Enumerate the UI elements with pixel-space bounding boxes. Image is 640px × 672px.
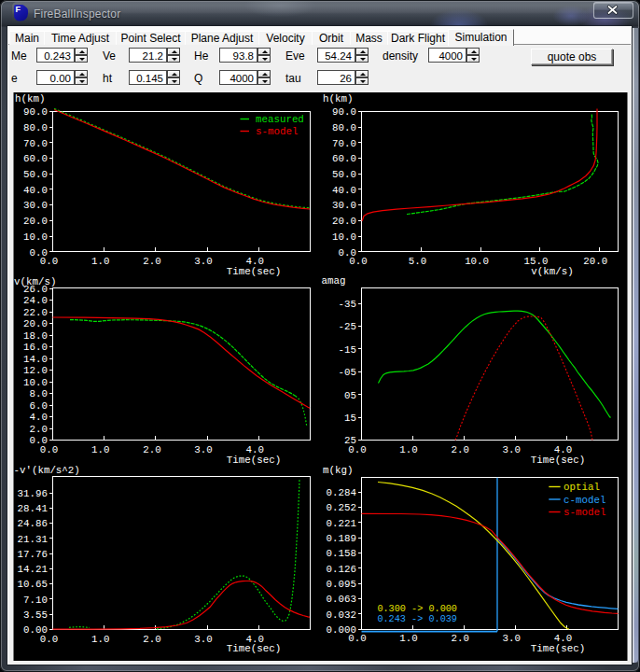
svg-text:Time(sec): Time(sec) — [227, 266, 281, 277]
svg-text:80.0: 80.0 — [332, 122, 356, 133]
svg-text:0.252: 0.252 — [327, 502, 356, 513]
svg-text:0.0: 0.0 — [348, 633, 366, 644]
svg-text:h(km): h(km) — [15, 93, 45, 105]
svg-text:28.41: 28.41 — [18, 503, 48, 514]
svg-text:Time(sec): Time(sec) — [531, 455, 585, 466]
svg-text:70.0: 70.0 — [23, 138, 48, 149]
svg-text:3.0: 3.0 — [503, 444, 521, 455]
svg-text:20.0: 20.0 — [332, 216, 356, 227]
svg-text:s-model: s-model — [256, 126, 298, 137]
svg-text:80.0: 80.0 — [23, 122, 48, 133]
svg-text:15: 15 — [344, 413, 356, 424]
svg-text:50.0: 50.0 — [23, 169, 48, 180]
svg-text:0.126: 0.126 — [327, 564, 356, 575]
svg-text:h(km): h(km) — [323, 93, 353, 105]
svg-text:24.86: 24.86 — [18, 518, 48, 529]
svg-text:0.032: 0.032 — [327, 609, 356, 621]
svg-text:0.284: 0.284 — [327, 487, 356, 498]
svg-text:18.0: 18.0 — [23, 330, 48, 342]
svg-text:0.243 -> 0.039: 0.243 -> 0.039 — [377, 614, 457, 624]
svg-text:22.0: 22.0 — [23, 307, 48, 318]
svg-text:20.0: 20.0 — [23, 216, 48, 227]
svg-text:3.0: 3.0 — [194, 444, 212, 455]
svg-text:10.0: 10.0 — [465, 256, 489, 267]
svg-text:50.0: 50.0 — [332, 169, 356, 180]
svg-text:60.0: 60.0 — [332, 153, 356, 164]
svg-text:m(kg): m(kg) — [323, 465, 353, 476]
svg-text:0.300 -> 0.000: 0.300 -> 0.000 — [377, 604, 457, 614]
svg-text:-05: -05 — [339, 367, 356, 378]
svg-text:v(km/s): v(km/s) — [531, 266, 573, 277]
svg-text:10.0: 10.0 — [332, 231, 356, 243]
svg-text:5.0: 5.0 — [409, 256, 426, 267]
svg-text:40.0: 40.0 — [332, 185, 356, 196]
svg-text:20.0: 20.0 — [23, 318, 48, 329]
svg-text:14.0: 14.0 — [23, 354, 48, 365]
svg-text:17.76: 17.76 — [18, 549, 48, 560]
svg-text:3.0: 3.0 — [194, 256, 212, 267]
svg-text:0.221: 0.221 — [327, 518, 356, 529]
svg-text:0.0: 0.0 — [348, 444, 366, 455]
svg-text:70.0: 70.0 — [332, 138, 356, 149]
svg-text:12.0: 12.0 — [23, 365, 48, 376]
svg-text:2.0: 2.0 — [143, 444, 160, 455]
svg-text:14.21: 14.21 — [18, 564, 48, 575]
svg-text:c-model: c-model — [563, 495, 605, 506]
svg-text:90.0: 90.0 — [332, 106, 356, 118]
svg-text:1.0: 1.0 — [91, 444, 109, 455]
svg-text:16.0: 16.0 — [23, 342, 48, 353]
svg-text:0.189: 0.189 — [327, 533, 356, 544]
svg-text:2.0: 2.0 — [451, 444, 468, 455]
svg-text:3.0: 3.0 — [194, 634, 212, 645]
svg-text:30.0: 30.0 — [332, 200, 356, 211]
svg-text:05: 05 — [344, 390, 356, 401]
svg-text:0.063: 0.063 — [327, 594, 356, 605]
svg-text:0.0: 0.0 — [40, 256, 58, 267]
svg-text:1.0: 1.0 — [91, 634, 109, 645]
svg-text:optial: optial — [563, 482, 600, 493]
svg-text:Time(sec): Time(sec) — [227, 643, 281, 654]
svg-text:90.0: 90.0 — [23, 106, 48, 118]
svg-text:10.65: 10.65 — [18, 579, 48, 590]
svg-text:3.0: 3.0 — [503, 633, 521, 644]
svg-text:24.0: 24.0 — [23, 295, 48, 306]
svg-text:2.0: 2.0 — [451, 633, 468, 644]
svg-text:60.0: 60.0 — [23, 153, 48, 164]
svg-text:v(km/s): v(km/s) — [14, 276, 56, 287]
svg-text:4.0: 4.0 — [30, 412, 48, 423]
svg-text:amag: amag — [322, 275, 346, 287]
svg-text:0.0: 0.0 — [40, 634, 58, 645]
svg-text:Time(sec): Time(sec) — [227, 455, 281, 466]
svg-text:2.0: 2.0 — [30, 424, 48, 435]
svg-text:7.10: 7.10 — [23, 595, 48, 606]
svg-text:1.0: 1.0 — [91, 256, 109, 267]
svg-text:-35: -35 — [339, 299, 356, 310]
svg-text:0.0: 0.0 — [40, 444, 58, 455]
svg-text:3.55: 3.55 — [23, 609, 48, 621]
svg-text:-v'(km/s^2): -v'(km/s^2) — [14, 465, 80, 476]
svg-text:2.0: 2.0 — [143, 634, 160, 645]
svg-text:-25: -25 — [339, 321, 356, 332]
svg-text:0.095: 0.095 — [327, 579, 356, 590]
svg-text:40.0: 40.0 — [23, 185, 48, 196]
svg-text:Time(sec): Time(sec) — [531, 643, 585, 654]
svg-text:1.0: 1.0 — [399, 444, 417, 455]
svg-text:1.0: 1.0 — [399, 633, 417, 644]
svg-text:21.31: 21.31 — [18, 534, 48, 545]
svg-text:-15: -15 — [339, 344, 356, 356]
svg-text:10.0: 10.0 — [23, 231, 48, 243]
svg-text:20.0: 20.0 — [583, 256, 607, 267]
svg-text:s-model: s-model — [563, 507, 605, 518]
svg-text:measured: measured — [256, 114, 304, 125]
svg-text:31.96: 31.96 — [18, 488, 48, 499]
svg-text:8.0: 8.0 — [30, 388, 48, 399]
svg-text:6.0: 6.0 — [30, 400, 48, 412]
svg-text:30.0: 30.0 — [23, 200, 48, 211]
svg-text:10.0: 10.0 — [23, 377, 48, 388]
svg-text:0.158: 0.158 — [327, 548, 356, 559]
svg-text:0.0: 0.0 — [349, 256, 367, 267]
svg-text:2.0: 2.0 — [143, 256, 160, 267]
